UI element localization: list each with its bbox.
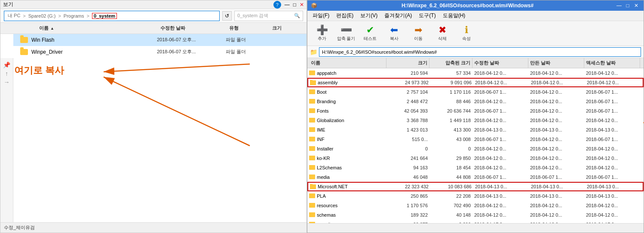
right-file-name: Boot bbox=[309, 89, 386, 95]
file-list: Win Flash 2018-06-07 오후... 파일 폴더 Winpe_D… bbox=[13, 34, 307, 222]
right-file-packed: 29 850 bbox=[429, 156, 472, 161]
maximize-btn[interactable]: □ bbox=[624, 2, 632, 9]
col-date[interactable]: 수정한 날짜 bbox=[157, 23, 226, 34]
close-button[interactable]: ✕ bbox=[300, 2, 304, 8]
menu-file[interactable]: 파일(F) bbox=[310, 11, 332, 20]
right-file-name: Globalization bbox=[309, 118, 386, 123]
col-size[interactable]: 크기 bbox=[386, 58, 429, 68]
menu-edit[interactable]: 편집(E) bbox=[334, 11, 356, 20]
right-file-item[interactable]: INF 515 0... 43 008 2018-06-07 1... 2018… bbox=[307, 135, 644, 144]
close-btn[interactable]: ✕ bbox=[632, 2, 640, 9]
right-file-name: Fonts bbox=[309, 108, 386, 113]
right-file-accessed: 2018-04-13 0... bbox=[584, 127, 640, 132]
right-file-item[interactable]: Microsoft.NET 22 323 432 10 083 686 2018… bbox=[307, 182, 644, 191]
extract-button[interactable]: ➖ 압축 풀기 bbox=[335, 23, 357, 44]
right-file-item[interactable]: media 46 048 44 808 2018-06-07 1... 2018… bbox=[307, 172, 644, 182]
copy-label: 복사 bbox=[390, 36, 399, 42]
column-headers: 이름 ▲ 수정한 날짜 유형 크기 bbox=[0, 23, 307, 34]
right-file-item[interactable]: apppatch 210 594 57 334 2018-04-12 0... … bbox=[307, 68, 644, 78]
right-file-item[interactable]: IME 1 423 013 413 300 2018-04-13 0... 20… bbox=[307, 125, 644, 135]
breadcrumb[interactable]: 내 PC > Spare02 (G:) > Programs > 0_syste… bbox=[4, 11, 220, 21]
right-file-accessed: 2018-04-13 0... bbox=[584, 193, 640, 199]
right-file-item[interactable]: Installer 0 0 2018-04-12 0... 2018-04-12… bbox=[307, 144, 644, 153]
col-name[interactable]: 이름 bbox=[309, 58, 386, 68]
col-size[interactable]: 크기 bbox=[269, 23, 303, 34]
right-file-item[interactable]: L2Schemas 94 163 18 454 2018-04-12 0... … bbox=[307, 163, 644, 172]
small-folder-icon bbox=[310, 184, 316, 189]
right-file-item[interactable]: Boot 2 757 104 1 170 116 2018-06-07 1...… bbox=[307, 87, 644, 97]
properties-button[interactable]: ℹ 속성 bbox=[455, 23, 478, 44]
small-folder-icon bbox=[309, 89, 315, 94]
nav-arrow-up[interactable]: ↑ bbox=[5, 70, 8, 77]
address-folder-icon: 📁 bbox=[310, 49, 317, 55]
test-button[interactable]: ✔ 테스트 bbox=[359, 23, 381, 44]
right-file-accessed: 2018-06-07 1... bbox=[584, 137, 640, 142]
minimize-button[interactable]: — bbox=[285, 2, 290, 8]
small-folder-icon bbox=[310, 80, 316, 85]
search-placeholder: 0_system 검색 bbox=[237, 12, 268, 19]
menu-tools[interactable]: 도구(T) bbox=[416, 11, 438, 20]
copy-button[interactable]: ➡ 복사 bbox=[383, 23, 405, 44]
menu-view[interactable]: 보기(V) bbox=[358, 11, 380, 20]
right-status-bar bbox=[307, 223, 644, 233]
col-created[interactable]: 만든 날짜 bbox=[528, 58, 584, 68]
refresh-button[interactable]: ↺ bbox=[222, 11, 232, 21]
col-type[interactable]: 유형 bbox=[226, 23, 269, 34]
right-file-modified: 2018-04-13 0... bbox=[472, 193, 528, 199]
properties-icon: ℹ bbox=[465, 25, 468, 35]
small-folder-icon bbox=[309, 222, 315, 223]
search-box[interactable]: 0_system 검색 🔍 bbox=[234, 11, 303, 21]
right-file-packed: 413 300 bbox=[429, 127, 472, 132]
address-bar: 내 PC > Spare02 (G:) > Programs > 0_syste… bbox=[0, 9, 307, 23]
right-file-accessed: 2018-04-12 0... bbox=[584, 71, 640, 76]
right-file-item[interactable]: Globalization 3 368 788 1 449 118 2018-0… bbox=[307, 116, 644, 125]
col-modified[interactable]: 수정한 날짜 bbox=[472, 58, 528, 68]
right-file-created: 2018-04-13 0... bbox=[529, 184, 585, 189]
breadcrumb-spare: Spare02 (G:) bbox=[28, 13, 56, 18]
window-controls: — □ ✕ bbox=[615, 2, 640, 9]
right-file-item[interactable]: security 20 277 2 290 2018-04-17 0... 20… bbox=[307, 220, 644, 223]
menu-help[interactable]: 도움말(H) bbox=[440, 11, 468, 20]
right-file-created: 2018-04-12 0... bbox=[528, 71, 584, 76]
file-item-winflash[interactable]: Win Flash 2018-06-07 오후... 파일 폴더 bbox=[13, 34, 307, 46]
menubar: 파일(F) 편집(E) 보기(V) 즐겨찾기(A) 도구(T) 도움말(H) bbox=[307, 11, 644, 21]
col-packed[interactable]: 압축된 크기 bbox=[429, 58, 472, 68]
move-button[interactable]: ➡ 이동 bbox=[407, 23, 429, 44]
right-file-name: assembly bbox=[310, 80, 387, 85]
file-item-winpe[interactable]: Winpe_Driver 2018-06-07 오후... 파일 폴더 bbox=[13, 46, 307, 58]
right-file-modified: 2018-04-12 0... bbox=[472, 212, 528, 218]
right-file-size: 42 054 393 bbox=[386, 108, 429, 113]
add-icon: ➕ bbox=[316, 25, 328, 35]
right-file-accessed: 2018-04-12 0... bbox=[584, 118, 640, 123]
nav-arrow-right[interactable]: → bbox=[4, 79, 10, 86]
right-file-name: resources bbox=[309, 203, 386, 208]
right-file-item[interactable]: PLA 250 865 22 208 2018-04-13 0... 2018-… bbox=[307, 191, 644, 201]
help-button[interactable]: ? bbox=[273, 1, 281, 9]
right-file-item[interactable]: schemas 189 322 40 148 2018-04-12 0... 2… bbox=[307, 210, 644, 220]
right-file-name: ko-KR bbox=[309, 156, 386, 161]
right-file-modified: 2018-04-12 0... bbox=[472, 71, 528, 76]
breadcrumb-current: 0_system bbox=[92, 13, 117, 19]
right-file-packed: 57 334 bbox=[429, 71, 472, 76]
minimize-btn[interactable]: — bbox=[615, 2, 623, 9]
right-file-item[interactable]: Branding 2 448 472 88 446 2018-04-12 0..… bbox=[307, 97, 644, 106]
menu-favorites[interactable]: 즐겨찾기(A) bbox=[382, 11, 414, 20]
right-file-accessed: 2018-06-07 1... bbox=[584, 108, 640, 113]
right-file-size: 1 423 013 bbox=[386, 127, 429, 132]
delete-button[interactable]: ✖ 삭제 bbox=[431, 23, 454, 44]
pin-icon[interactable]: 📌 bbox=[3, 61, 10, 68]
add-button[interactable]: ➕ 추가 bbox=[311, 23, 333, 44]
col-accessed[interactable]: 액세스한 날짜 bbox=[584, 58, 640, 68]
right-file-item[interactable]: resources 1 170 576 702 490 2018-04-12 0… bbox=[307, 201, 644, 210]
view-menu[interactable]: 보기 bbox=[3, 1, 13, 8]
right-file-item[interactable]: Fonts 42 054 393 20 636 744 2018-06-07 1… bbox=[307, 106, 644, 116]
address-input[interactable]: H:\Winxpe_6.2_06#ISO#sources#boot.wim#Wi… bbox=[319, 47, 641, 57]
maximize-button[interactable]: □ bbox=[293, 2, 296, 8]
right-file-modified: 2018-04-12 0... bbox=[472, 156, 528, 161]
right-file-item[interactable]: assembly 24 973 392 9 091 096 2018-04-12… bbox=[307, 78, 644, 87]
right-file-size: 515 0... bbox=[386, 137, 429, 142]
small-folder-icon bbox=[309, 193, 315, 198]
right-file-item[interactable]: ko-KR 241 664 29 850 2018-04-12 0... 201… bbox=[307, 153, 644, 163]
col-name[interactable]: 이름 ▲ bbox=[39, 23, 157, 34]
small-folder-icon bbox=[309, 156, 315, 160]
